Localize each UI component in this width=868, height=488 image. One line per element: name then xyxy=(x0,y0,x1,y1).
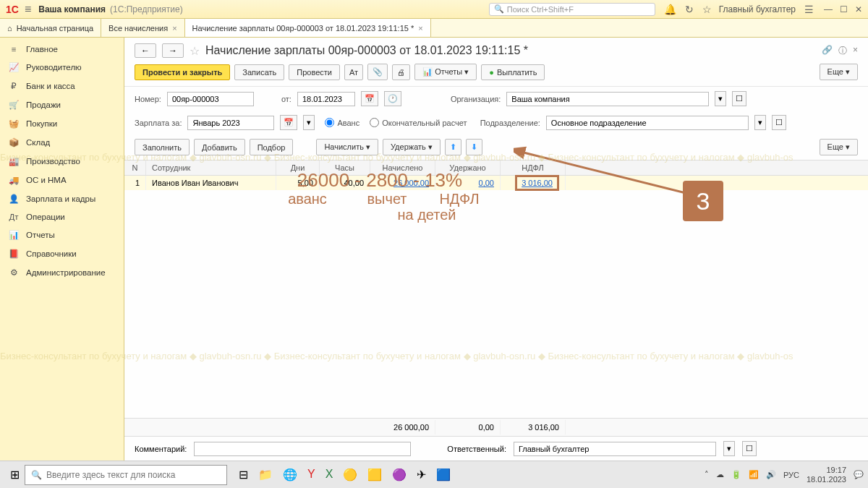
cloud-icon[interactable]: ☁ xyxy=(716,470,724,479)
notification-icon[interactable]: 💬 xyxy=(854,470,864,479)
open-icon[interactable]: ☐ xyxy=(772,115,786,130)
tab-all-accruals[interactable]: Все начисления× xyxy=(101,19,185,37)
move-down-button[interactable]: ⬇ xyxy=(466,139,482,155)
excel-icon[interactable]: X xyxy=(326,468,333,481)
salary-for-input[interactable] xyxy=(187,116,274,130)
yandex-app-icon[interactable]: 🟡 xyxy=(343,468,357,481)
pay-button[interactable]: Выплатить xyxy=(481,64,545,80)
dropdown-icon[interactable]: ▾ xyxy=(754,115,766,130)
sidebar-item-manager[interactable]: 📈Руководителю xyxy=(0,58,124,77)
deduct-button[interactable]: Удержать ▾ xyxy=(383,139,441,155)
start-button[interactable]: ⊞ xyxy=(4,468,25,481)
clock[interactable]: 19:17 18.01.2023 xyxy=(807,466,846,483)
dtkt-button[interactable]: Ат xyxy=(344,64,363,80)
accrue-button[interactable]: Начислить ▾ xyxy=(316,139,378,155)
help-icon[interactable]: ⓘ xyxy=(838,45,847,57)
submit-button[interactable]: Провести и закрыть xyxy=(135,64,230,80)
final-radio[interactable]: Окончательный расчет xyxy=(370,118,467,127)
sidebar-item-admin[interactable]: ⚙Администрирование xyxy=(0,263,124,282)
bell-icon[interactable]: 🔔 xyxy=(664,4,676,15)
th-hours[interactable]: Часы xyxy=(320,160,370,175)
close-button[interactable]: ✕ xyxy=(855,4,862,14)
volume-icon[interactable]: 🔊 xyxy=(766,470,776,479)
global-search[interactable]: 🔍 Поиск Ctrl+Shift+F xyxy=(489,3,655,16)
dropdown-icon[interactable]: ▾ xyxy=(715,91,726,106)
comment-input[interactable] xyxy=(194,442,411,456)
th-accrued[interactable]: Начислено xyxy=(370,160,435,175)
menu-icon[interactable]: ≡ xyxy=(25,3,31,16)
sidebar-item-assets[interactable]: 🚚ОС и НМА xyxy=(0,171,124,189)
close-icon[interactable]: × xyxy=(418,24,422,33)
th-ndfl[interactable]: НДФЛ xyxy=(501,160,566,175)
ndfl-value[interactable]: 3 016,00 xyxy=(515,175,559,191)
taskview-icon[interactable]: ⊟ xyxy=(239,468,248,481)
history-icon[interactable]: ↻ xyxy=(685,4,694,15)
reports-button[interactable]: 📊 Отчеты ▾ xyxy=(414,64,477,80)
more-button-2[interactable]: Еще ▾ xyxy=(820,139,858,155)
calendar-icon[interactable]: 📅 xyxy=(280,115,297,130)
sidebar-item-production[interactable]: 🏭Производство xyxy=(0,152,124,171)
wifi-icon[interactable]: 📶 xyxy=(749,470,759,479)
favorite-icon[interactable]: ☆ xyxy=(190,44,200,58)
star-icon[interactable]: ☆ xyxy=(702,4,712,15)
forward-button[interactable]: → xyxy=(162,43,184,58)
open-icon[interactable]: ☐ xyxy=(732,91,746,106)
maximize-button[interactable]: ☐ xyxy=(840,4,848,14)
tab-home[interactable]: ⌂Начальная страница xyxy=(0,19,101,37)
move-up-button[interactable]: ⬆ xyxy=(445,139,461,155)
th-days[interactable]: Дни xyxy=(276,160,320,175)
print-button[interactable]: 🖨 xyxy=(392,64,410,80)
dropdown-icon[interactable]: ▾ xyxy=(303,115,315,130)
doc-close-icon[interactable]: × xyxy=(853,45,858,57)
cell-ndfl[interactable]: 3 016,00 xyxy=(501,176,566,190)
cell-deducted[interactable]: 0,00 xyxy=(435,176,501,190)
explorer-icon[interactable]: 📁 xyxy=(258,468,273,481)
calendar-icon[interactable]: 📅 xyxy=(361,91,378,106)
table-row[interactable]: 1 Иванов Иван Иванович 5,00 40,00 26 000… xyxy=(124,176,868,190)
sidebar-item-references[interactable]: 📕Справочники xyxy=(0,244,124,263)
save-button[interactable]: Записать xyxy=(234,64,284,80)
sidebar-item-reports[interactable]: 📊Отчеты xyxy=(0,226,124,244)
sidebar-item-sales[interactable]: 🛒Продажи xyxy=(0,95,124,114)
sidebar-item-operations[interactable]: ДтОперации xyxy=(0,208,124,226)
battery-icon[interactable]: 🔋 xyxy=(731,470,741,479)
dept-input[interactable] xyxy=(546,116,749,130)
open-icon[interactable]: ☐ xyxy=(742,441,757,456)
link-icon[interactable]: 🔗 xyxy=(822,45,833,57)
sidebar-item-bank[interactable]: ₽Банк и касса xyxy=(0,77,124,95)
th-deducted[interactable]: Удержано xyxy=(435,160,501,175)
edge-icon[interactable]: 🌐 xyxy=(283,468,297,481)
attach-button[interactable]: 📎 xyxy=(367,64,388,80)
select-button[interactable]: Подбор xyxy=(250,139,294,155)
dropdown-icon[interactable]: ▾ xyxy=(723,441,735,456)
number-input[interactable] xyxy=(167,92,254,106)
add-button[interactable]: Добавить xyxy=(194,139,245,155)
responsible-input[interactable] xyxy=(514,442,716,456)
date-input[interactable] xyxy=(297,92,355,106)
app2-icon[interactable]: 🟦 xyxy=(436,468,451,481)
close-icon[interactable]: × xyxy=(172,24,176,33)
advance-radio[interactable]: Аванс xyxy=(325,118,359,127)
menu-lines-icon[interactable]: ☰ xyxy=(804,4,814,15)
sidebar-item-warehouse[interactable]: 📦Склад xyxy=(0,133,124,152)
post-button[interactable]: Провести xyxy=(289,64,340,80)
cell-accrued[interactable]: 26 000,00 xyxy=(370,176,435,190)
minimize-button[interactable]: — xyxy=(824,4,833,14)
fill-button[interactable]: Заполнить xyxy=(135,139,190,155)
sidebar-item-salary[interactable]: 👤Зарплата и кадры xyxy=(0,189,124,208)
lang-indicator[interactable]: РУС xyxy=(783,471,799,479)
1c-icon[interactable]: 🟨 xyxy=(367,468,382,481)
app-icon[interactable]: 🟣 xyxy=(392,468,407,481)
th-employee[interactable]: Сотрудник xyxy=(146,160,276,175)
sidebar-item-main[interactable]: ≡Главное xyxy=(0,40,124,58)
tab-current-doc[interactable]: Начисление зарплаты 00яр-000003 от 18.01… xyxy=(185,19,431,37)
sidebar-item-purchases[interactable]: 🧺Покупки xyxy=(0,114,124,133)
yandex-icon[interactable]: Y xyxy=(307,468,315,481)
time-icon[interactable]: 🕐 xyxy=(384,91,401,106)
telegram-icon[interactable]: ✈ xyxy=(417,468,426,481)
back-button[interactable]: ← xyxy=(135,43,156,58)
current-user[interactable]: Главный бухгалтер xyxy=(719,4,796,14)
more-button[interactable]: Еще ▾ xyxy=(820,64,858,80)
th-n[interactable]: N xyxy=(124,160,146,175)
chevron-up-icon[interactable]: ˄ xyxy=(705,470,709,479)
